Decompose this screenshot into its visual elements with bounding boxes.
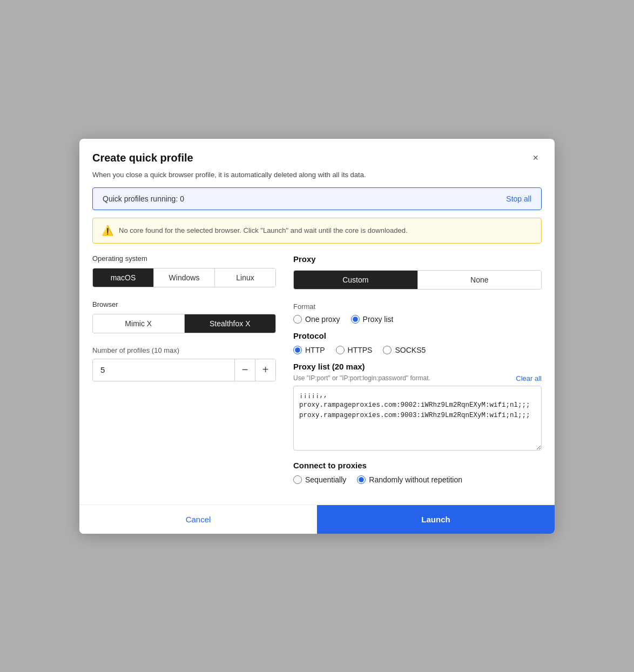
increment-button[interactable]: + xyxy=(255,359,275,381)
close-button[interactable]: × xyxy=(529,152,542,164)
format-proxy-list-label: Proxy list xyxy=(363,315,394,324)
connect-sequentially-option[interactable]: Sequentially xyxy=(293,475,346,484)
proxy-list-hint-row: Use "IP:port" or "IP:port:login:password… xyxy=(293,374,542,382)
launch-button[interactable]: Launch xyxy=(317,505,555,534)
connect-sequentially-radio[interactable] xyxy=(293,475,302,484)
proxy-list-label: Proxy list (20 max) xyxy=(293,362,542,371)
connect-to-proxies-radio-group: Sequentially Randomly without repetition xyxy=(293,475,542,484)
protocol-socks5-option[interactable]: SOCKS5 xyxy=(383,346,426,354)
os-macos-button[interactable]: macOS xyxy=(93,268,154,287)
protocol-radio-group: HTTP HTTPS SOCKS5 xyxy=(293,346,542,354)
format-proxy-list-option[interactable]: Proxy list xyxy=(351,315,394,324)
browser-label: Browser xyxy=(92,300,276,308)
quick-profiles-bar: Quick profiles running: 0 Stop all xyxy=(92,187,542,210)
protocol-https-option[interactable]: HTTPS xyxy=(336,346,373,354)
os-linux-button[interactable]: Linux xyxy=(215,268,275,287)
proxy-list-hint: Use "IP:port" or "IP:port:login:password… xyxy=(293,374,430,382)
protocol-label: Protocol xyxy=(293,331,542,340)
browser-mimic-button[interactable]: Mimic X xyxy=(93,314,185,333)
right-column: Proxy Custom None Format One proxy Proxy… xyxy=(293,254,542,492)
connect-randomly-option[interactable]: Randomly without repetition xyxy=(357,475,462,484)
protocol-http-option[interactable]: HTTP xyxy=(293,346,325,354)
os-toggle-group: macOS Windows Linux xyxy=(92,268,276,287)
dialog-title: Create quick profile xyxy=(92,152,193,164)
warning-text: No core found for the selected browser. … xyxy=(119,226,408,234)
dialog-footer: Cancel Launch xyxy=(79,505,555,534)
format-one-proxy-label: One proxy xyxy=(305,315,340,324)
protocol-socks5-label: SOCKS5 xyxy=(395,346,426,354)
protocol-socks5-radio[interactable] xyxy=(383,346,392,354)
dialog-subtitle: When you close a quick browser profile, … xyxy=(79,171,555,187)
format-one-proxy-radio[interactable] xyxy=(293,315,302,324)
number-of-profiles-label: Number of profiles (10 max) xyxy=(92,346,276,354)
os-label: Operating system xyxy=(92,254,276,263)
warning-icon: ⚠️ xyxy=(102,225,113,237)
clear-all-button[interactable]: Clear all xyxy=(516,374,542,382)
protocol-http-label: HTTP xyxy=(305,346,325,354)
connect-to-proxies-label: Connect to proxies xyxy=(293,461,542,470)
format-radio-group: One proxy Proxy list xyxy=(293,315,542,324)
connect-randomly-label: Randomly without repetition xyxy=(369,475,462,484)
browser-toggle-group: Mimic X Stealthfox X xyxy=(92,314,276,333)
connect-randomly-radio[interactable] xyxy=(357,475,366,484)
quick-profiles-text: Quick profiles running: 0 xyxy=(103,194,184,203)
decrement-button[interactable]: − xyxy=(234,359,255,381)
stop-all-button[interactable]: Stop all xyxy=(506,194,531,203)
format-label: Format xyxy=(293,303,542,311)
number-input-row: − + xyxy=(92,359,276,381)
number-of-profiles-section: Number of profiles (10 max) − + xyxy=(92,346,276,381)
browser-stealthfox-button[interactable]: Stealthfox X xyxy=(185,314,276,333)
os-windows-button[interactable]: Windows xyxy=(154,268,215,287)
connect-sequentially-label: Sequentially xyxy=(305,475,346,484)
protocol-http-radio[interactable] xyxy=(293,346,302,354)
proxy-list-textarea[interactable]: ¡¡¡¡¡,, proxy.rampageproxies.com:9002:iW… xyxy=(293,386,542,451)
dialog-header: Create quick profile × xyxy=(79,139,555,171)
number-of-profiles-input[interactable] xyxy=(93,360,234,380)
proxy-section: Proxy Custom None xyxy=(293,254,542,290)
protocol-https-radio[interactable] xyxy=(336,346,345,354)
warning-bar: ⚠️ No core found for the selected browse… xyxy=(92,218,542,244)
proxy-label: Proxy xyxy=(293,254,542,264)
left-column: Operating system macOS Windows Linux Bro… xyxy=(92,254,276,492)
proxy-none-button[interactable]: None xyxy=(418,271,542,289)
protocol-https-label: HTTPS xyxy=(348,346,373,354)
format-proxy-list-radio[interactable] xyxy=(351,315,360,324)
format-one-proxy-option[interactable]: One proxy xyxy=(293,315,340,324)
cancel-button[interactable]: Cancel xyxy=(79,505,317,534)
proxy-toggle-group: Custom None xyxy=(293,270,542,290)
proxy-custom-button[interactable]: Custom xyxy=(294,271,418,289)
create-quick-profile-dialog: Create quick profile × When you close a … xyxy=(79,139,555,534)
dialog-body: Operating system macOS Windows Linux Bro… xyxy=(79,254,555,492)
